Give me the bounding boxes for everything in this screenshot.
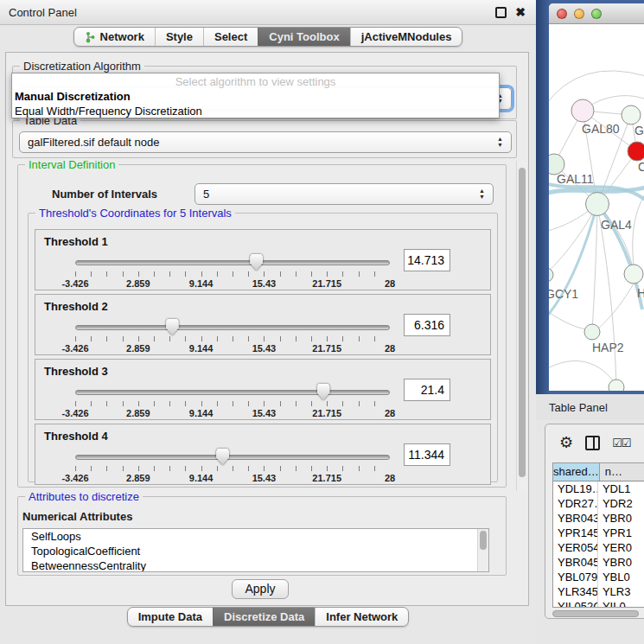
slider-thumb[interactable]: [166, 319, 179, 335]
node-label-gal11: GAL11: [557, 172, 594, 186]
node-attribute-table: shared… n… YDL19… YDL1 YDR27… YDR2: [552, 462, 644, 608]
attributes-scrollbar-thumb[interactable]: [480, 531, 487, 550]
threshold-3-slider[interactable]: -3.4262.8599.14415.4321.71528: [75, 382, 390, 420]
threshold-1-slider[interactable]: -3.4262.8599.14415.4321.71528: [75, 252, 390, 290]
columns-icon[interactable]: [585, 436, 600, 450]
slider-track[interactable]: [75, 390, 390, 395]
network-node-right-low[interactable]: [624, 265, 643, 284]
threshold-3-label: Threshold 3: [44, 365, 108, 378]
slider-track[interactable]: [75, 260, 390, 265]
gear-icon[interactable]: ⚙: [559, 435, 573, 450]
threshold-1-label: Threshold 1: [44, 235, 108, 248]
network-node-bottom[interactable]: [609, 379, 624, 391]
column-header-name[interactable]: n…: [600, 463, 644, 481]
attribute-list-item[interactable]: TopologicalCoefficient: [23, 544, 488, 558]
network-node-gcy1[interactable]: [549, 268, 553, 282]
cell-shared-name[interactable]: YIL052C: [553, 599, 598, 608]
table-row[interactable]: YDL19… YDL1: [553, 481, 644, 496]
cell-name[interactable]: YBR0: [598, 511, 644, 526]
tab-network[interactable]: Network: [74, 28, 155, 46]
threshold-1-value-field[interactable]: 14.713: [404, 249, 450, 271]
column-header-shared-name[interactable]: shared…: [553, 463, 600, 481]
threshold-2-slider[interactable]: -3.4262.8599.14415.4321.71528: [75, 317, 390, 355]
table-row[interactable]: YDR27… YDR2: [553, 496, 644, 511]
tab-infer-network[interactable]: Infer Network: [315, 608, 408, 626]
table-scrollbar-thumb[interactable]: [552, 610, 639, 617]
cell-name[interactable]: YDL1: [598, 481, 644, 496]
select-all-checkboxes-icon[interactable]: ☑☑: [612, 437, 630, 450]
table-row[interactable]: YBL079W YBL0: [553, 570, 644, 584]
cell-name[interactable]: YPR1: [598, 526, 644, 540]
tab-jactivemnodules[interactable]: jActiveMNodules: [350, 28, 462, 46]
table-row[interactable]: YBR045C YBR0: [553, 555, 644, 570]
cell-shared-name[interactable]: YLR345W: [553, 584, 598, 599]
cell-shared-name[interactable]: YDL19…: [553, 481, 598, 496]
scale-label: 9.144: [189, 343, 214, 354]
network-node-hap2[interactable]: [584, 324, 600, 340]
numerical-attributes-list[interactable]: SelfLoopsTopologicalCoefficientBetweenne…: [22, 528, 489, 572]
cell-shared-name[interactable]: YBL079W: [553, 570, 598, 584]
slider-track[interactable]: [75, 455, 390, 460]
number-of-intervals-value: 5: [203, 188, 209, 201]
panel-vertical-scrollbar[interactable]: [516, 161, 527, 491]
attributes-list-scrollbar[interactable]: [477, 529, 488, 571]
slider-track[interactable]: [75, 325, 390, 330]
attribute-list-item[interactable]: BetweennessCentrality: [23, 558, 488, 572]
threshold-2-value-field[interactable]: 6.316: [404, 314, 450, 336]
number-of-intervals-combobox[interactable]: 5 ▲▼: [194, 183, 494, 205]
zoom-window-icon[interactable]: [591, 9, 602, 19]
slider-ticks: [75, 336, 390, 341]
table-row[interactable]: YBR043C YBR0: [553, 511, 644, 526]
cell-shared-name[interactable]: YPR145W: [553, 526, 598, 540]
tab-style[interactable]: Style: [155, 28, 203, 46]
network-node-gal80[interactable]: [571, 99, 594, 122]
apply-button[interactable]: Apply: [232, 579, 289, 599]
table-row[interactable]: YPR145W YPR1: [553, 526, 644, 540]
control-panel-titlebar: Control Panel ✖: [0, 0, 536, 25]
network-node-gal4[interactable]: [586, 193, 609, 216]
dropdown-option-equal-width[interactable]: Equal Width/Frequency Discretization: [12, 104, 499, 118]
slider-thumb[interactable]: [317, 384, 330, 400]
network-window: GAL80 GA C GAL11 GAL4 GCY1 H HAP2: [549, 3, 644, 391]
table-data-combobox[interactable]: galFiltered.sif default node ▲▼: [19, 131, 512, 153]
threshold-3-block: Threshold 3 -3.4262.8599.14415.4321.7152…: [35, 359, 491, 420]
tab-impute-data[interactable]: Impute Data: [128, 608, 213, 626]
close-window-icon[interactable]: [557, 9, 567, 19]
control-panel-window: Control Panel ✖ Network: [0, 0, 536, 644]
cell-name[interactable]: YLR3: [598, 584, 644, 599]
table-row[interactable]: YIL052C YIL0: [553, 599, 644, 608]
network-node-top-right[interactable]: [622, 105, 641, 124]
network-canvas[interactable]: GAL80 GA C GAL11 GAL4 GCY1 H HAP2: [549, 24, 644, 391]
cell-shared-name[interactable]: YER054C: [553, 540, 598, 555]
cell-name[interactable]: YBL0: [598, 570, 644, 584]
cell-shared-name[interactable]: YBR045C: [553, 555, 598, 570]
attribute-list-item[interactable]: SelfLoops: [23, 529, 488, 544]
dropdown-option-manual-discretization[interactable]: Manual Discretization: [12, 89, 499, 104]
threshold-4-value-field[interactable]: 11.344: [404, 443, 450, 466]
float-window-icon[interactable]: [495, 7, 507, 18]
scale-label: 21.715: [312, 343, 341, 354]
close-panel-icon[interactable]: ✖: [515, 6, 526, 18]
cell-shared-name[interactable]: YDR27…: [553, 496, 598, 511]
attributes-group-title: Attributes to discretize: [25, 490, 143, 503]
table-row[interactable]: YER054C YER0: [553, 540, 644, 555]
slider-thumb[interactable]: [250, 254, 263, 271]
tab-select[interactable]: Select: [203, 28, 258, 46]
cell-shared-name[interactable]: YBR043C: [553, 511, 598, 526]
table-row[interactable]: YLR345W YLR3: [553, 584, 644, 599]
cell-name[interactable]: YIL0: [598, 599, 644, 608]
scale-label: 9.144: [189, 473, 214, 483]
cell-name[interactable]: YDR2: [598, 496, 644, 511]
minimize-window-icon[interactable]: [574, 9, 584, 19]
tab-cyni-toolbox[interactable]: Cyni Toolbox: [258, 28, 349, 46]
cell-name[interactable]: YBR0: [598, 555, 644, 570]
table-horizontal-scrollbar[interactable]: [552, 609, 644, 618]
network-node-selected-red[interactable]: [628, 142, 644, 161]
threshold-3-value-field[interactable]: 21.4: [404, 379, 450, 401]
cell-name[interactable]: YER0: [598, 540, 644, 555]
panel-scrollbar-thumb[interactable]: [519, 168, 526, 477]
threshold-4-slider[interactable]: -3.4262.8599.14415.4321.71528: [75, 447, 390, 485]
dropdown-placeholder-item[interactable]: Select algorithm to view settings: [12, 73, 499, 89]
tab-discretize-data[interactable]: Discretize Data: [213, 608, 315, 626]
slider-thumb[interactable]: [216, 449, 229, 465]
